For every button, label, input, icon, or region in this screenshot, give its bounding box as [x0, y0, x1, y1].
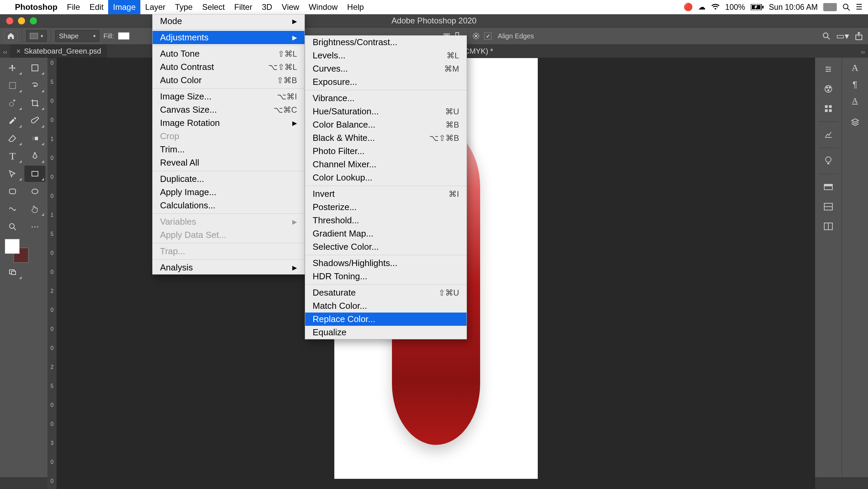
rounded-rectangle-tool[interactable]	[2, 183, 23, 200]
glyphs-panel-icon[interactable]: A	[852, 96, 858, 105]
properties-panel-icon[interactable]	[822, 62, 835, 76]
menu-3d[interactable]: 3D	[257, 0, 277, 14]
gear-icon[interactable]	[472, 32, 480, 40]
menu-item-black-white-[interactable]: Black & White...⌥⇧⌘B	[305, 131, 467, 145]
fill-swatch[interactable]	[118, 32, 130, 40]
zoom-tool[interactable]	[2, 219, 23, 235]
artboard-tool[interactable]	[24, 60, 45, 76]
lasso-tool[interactable]	[24, 77, 45, 94]
shape-preset-dropdown[interactable]: ▾	[26, 30, 47, 42]
menu-item-curves-[interactable]: Curves...⌘M	[305, 62, 467, 75]
menu-item-invert[interactable]: Invert⌘I	[305, 187, 467, 201]
tabs-scroll-left[interactable]: ‹‹	[0, 49, 10, 58]
tabs-scroll-right[interactable]: ››	[858, 49, 868, 58]
brush-tool[interactable]	[24, 113, 45, 129]
libraries-panel-icon[interactable]	[822, 180, 835, 194]
menu-help[interactable]: Help	[342, 0, 369, 14]
menu-item-reveal-all[interactable]: Reveal All	[153, 156, 304, 169]
home-button[interactable]	[4, 30, 18, 42]
menu-item-mode[interactable]: Mode▶	[153, 15, 304, 28]
adjustments-panel-icon[interactable]	[822, 128, 835, 142]
menu-item-image-rotation[interactable]: Image Rotation▶	[153, 116, 304, 130]
menu-item-calculations-[interactable]: Calculations...	[153, 199, 304, 212]
menu-item-exposure-[interactable]: Exposure...	[305, 75, 467, 89]
tab-close-icon[interactable]: ×	[16, 47, 21, 56]
marquee-tool[interactable]	[2, 77, 23, 94]
menu-item-equalize[interactable]: Equalize	[305, 326, 467, 339]
document-tab-1[interactable]: × Skateboard_Green.psd	[10, 44, 107, 58]
wifi-icon[interactable]	[711, 4, 720, 11]
menu-filter[interactable]: Filter	[230, 0, 257, 14]
spotlight-icon[interactable]	[842, 3, 850, 11]
menu-item-hdr-toning-[interactable]: HDR Toning...	[305, 270, 467, 283]
paragraph-panel-icon[interactable]: ¶	[853, 79, 857, 90]
pen-tool[interactable]	[24, 148, 45, 164]
menu-layer[interactable]: Layer	[140, 0, 170, 14]
menu-item-auto-color[interactable]: Auto Color⇧⌘B	[153, 74, 304, 87]
ellipse-tool[interactable]	[24, 183, 45, 200]
color-swatches[interactable]	[5, 239, 28, 263]
menu-item-trim-[interactable]: Trim...	[153, 143, 304, 156]
menu-item-posterize-[interactable]: Posterize...	[305, 201, 467, 214]
quick-selection-tool[interactable]	[2, 95, 23, 111]
swatches-panel-icon[interactable]	[822, 102, 835, 115]
eraser-tool[interactable]	[2, 130, 23, 147]
menu-item-canvas-size-[interactable]: Canvas Size...⌥⌘C	[153, 103, 304, 116]
foreground-color-swatch[interactable]	[5, 239, 20, 254]
panel-icon-3[interactable]	[822, 220, 835, 233]
crop-tool[interactable]	[24, 95, 45, 111]
menu-item-adjustments[interactable]: Adjustments▶	[153, 31, 304, 44]
minimize-window-button[interactable]	[18, 17, 25, 24]
menu-select[interactable]: Select	[197, 0, 230, 14]
screen-mode-tool[interactable]	[2, 264, 23, 280]
menu-item-desaturate[interactable]: Desaturate⇧⌘U	[305, 286, 467, 299]
menu-image[interactable]: Image	[108, 0, 140, 14]
menu-item-replace-color-[interactable]: Replace Color...	[305, 313, 467, 326]
tool-mode-dropdown[interactable]: Shape ▾	[55, 30, 99, 42]
path-selection-tool[interactable]	[2, 166, 23, 182]
menu-item-levels-[interactable]: Levels...⌘L	[305, 49, 467, 62]
menu-item-apply-image-[interactable]: Apply Image...	[153, 186, 304, 199]
menu-item-color-lookup-[interactable]: Color Lookup...	[305, 171, 467, 184]
close-window-button[interactable]	[6, 17, 13, 24]
menu-item-image-size-[interactable]: Image Size...⌥⌘I	[153, 90, 304, 103]
cloud-icon[interactable]: ☁	[698, 3, 706, 12]
menu-item-hue-saturation-[interactable]: Hue/Saturation...⌘U	[305, 105, 467, 118]
custom-shape-tool[interactable]	[2, 201, 23, 217]
lightbulb-icon[interactable]	[822, 154, 835, 168]
menu-item-auto-tone[interactable]: Auto Tone⇧⌘L	[153, 47, 304, 60]
record-icon[interactable]: 🔴	[684, 3, 693, 12]
search-icon[interactable]	[821, 31, 831, 41]
panel-icon-2[interactable]	[822, 200, 835, 213]
user-icon[interactable]	[823, 3, 837, 11]
menu-type[interactable]: Type	[170, 0, 197, 14]
gradient-tool[interactable]	[24, 130, 45, 147]
menu-edit[interactable]: Edit	[85, 0, 108, 14]
menu-item-color-balance-[interactable]: Color Balance...⌘B	[305, 118, 467, 131]
zoom-window-button[interactable]	[30, 17, 37, 24]
menu-item-photo-filter-[interactable]: Photo Filter...	[305, 145, 467, 158]
type-tool[interactable]: T	[2, 148, 23, 164]
vertical-ruler[interactable]: 0500100015002000250030003500400045005000	[47, 58, 57, 489]
character-panel-icon[interactable]: A	[851, 62, 858, 73]
eyedropper-tool[interactable]	[2, 113, 23, 129]
menu-item-match-color-[interactable]: Match Color...	[305, 299, 467, 313]
menu-file[interactable]: File	[62, 0, 85, 14]
menu-item-duplicate-[interactable]: Duplicate...	[153, 172, 304, 186]
layers-panel-icon[interactable]	[850, 117, 860, 127]
menu-item-analysis[interactable]: Analysis▶	[153, 261, 304, 274]
menu-window[interactable]: Window	[304, 0, 342, 14]
rectangle-tool[interactable]	[24, 166, 45, 182]
edit-toolbar[interactable]: ⋯	[24, 219, 45, 235]
move-tool[interactable]	[2, 60, 23, 76]
hand-tool[interactable]	[24, 201, 45, 217]
menu-view[interactable]: View	[277, 0, 304, 14]
app-name[interactable]: Photoshop	[10, 2, 62, 12]
menu-item-brightness-contrast-[interactable]: Brightness/Contrast...	[305, 36, 467, 49]
menu-item-vibrance-[interactable]: Vibrance...	[305, 92, 467, 105]
workspace-switcher[interactable]: ▭▾	[837, 31, 848, 41]
menu-item-gradient-map-[interactable]: Gradient Map...	[305, 227, 467, 240]
share-icon[interactable]	[854, 31, 864, 41]
menu-item-auto-contrast[interactable]: Auto Contrast⌥⇧⌘L	[153, 60, 304, 74]
align-edges-checkbox[interactable]: ✓	[484, 32, 492, 40]
